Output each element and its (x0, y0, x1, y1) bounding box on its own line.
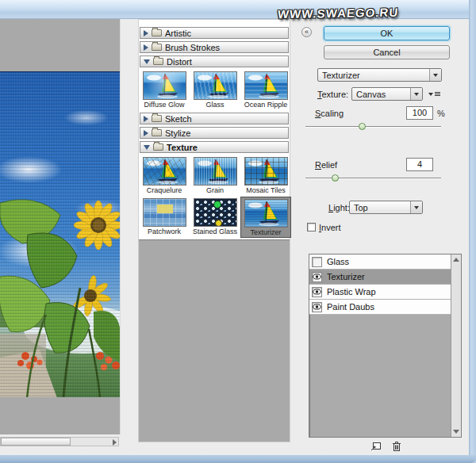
folder-icon (152, 44, 162, 51)
chevron-right-icon (144, 30, 148, 36)
slider-track[interactable] (305, 126, 441, 127)
preview-horizontal-scrollbar[interactable] (0, 437, 119, 446)
filter-select-dropdown[interactable]: Texturizer (317, 68, 442, 82)
light-dropdown[interactable]: Top (349, 201, 423, 214)
scaling-unit: % (437, 109, 445, 118)
layers-scrollbar[interactable] (451, 254, 461, 437)
category-brush-strokes[interactable]: Brush Strokes (140, 41, 289, 53)
windsurfer-art (144, 158, 186, 186)
new-effect-layer-button[interactable] (370, 440, 382, 452)
effect-layer-row-texturizer[interactable]: Texturizer (309, 270, 451, 285)
thumb-label: Glass (190, 101, 240, 109)
relief-value-field[interactable]: 4 (406, 158, 433, 171)
chevron-down-icon (429, 69, 441, 81)
thumb-label: Ocean Ripple (240, 101, 291, 109)
filter-thumb-mosaic-tiles[interactable]: Mosaic Tiles (240, 155, 291, 197)
effect-layer-row-glass[interactable]: Glass (309, 254, 451, 270)
collapse-filter-list-button[interactable]: « (301, 27, 312, 37)
trash-icon (392, 441, 401, 452)
slider-track[interactable] (305, 178, 441, 178)
texture-dropdown[interactable]: Canvas (351, 87, 423, 101)
preview-image[interactable] (0, 71, 120, 397)
sunflower-scene (0, 72, 120, 397)
folder-icon (153, 143, 163, 151)
sunflower-head (74, 201, 120, 250)
watermark: WWW.SWAEGO.RU (277, 6, 399, 21)
filter-thumb-craquelure[interactable]: Craquelure (139, 155, 190, 197)
scaling-label: Scaling (315, 109, 344, 118)
invert-checkbox[interactable] (307, 223, 316, 232)
effect-layers-list: Glass Texturizer Plastic Wrap (309, 254, 462, 438)
thumb-label: Stained Glass (190, 228, 240, 235)
folder-icon (153, 58, 163, 65)
category-artistic[interactable]: Artistic (140, 27, 289, 39)
scroll-down-icon[interactable] (453, 430, 459, 434)
chevron-down-icon (144, 145, 150, 150)
filter-thumb-grain[interactable]: Grain (190, 155, 240, 197)
texture-options-flyout-button[interactable] (427, 89, 441, 99)
diffuse-glow-preview (143, 71, 186, 100)
category-label: Brush Strokes (165, 43, 220, 52)
window-frame-right (469, 0, 476, 463)
chevron-right-icon (144, 116, 148, 122)
scaling-value-field[interactable]: 100 (406, 106, 433, 120)
category-sketch[interactable]: Sketch (140, 113, 289, 124)
effect-layer-name: Plastic Wrap (325, 287, 376, 297)
scaling-slider[interactable] (305, 123, 441, 130)
scrollbar-thumb[interactable] (1, 438, 71, 446)
folder-icon (152, 129, 162, 136)
texture-thumbnails: Craquelure Grain Mosaic Tiles (139, 155, 290, 238)
category-distort[interactable]: Distort (140, 55, 289, 67)
slider-thumb[interactable] (359, 123, 366, 130)
effect-layer-name: Glass (325, 257, 349, 266)
texturizer-preview (244, 199, 288, 228)
category-texture[interactable]: Texture (140, 141, 289, 153)
stained-glass-preview (194, 198, 237, 227)
visibility-toggle[interactable] (312, 272, 322, 282)
scroll-up-icon[interactable] (453, 258, 459, 262)
craquelure-preview (143, 157, 186, 186)
invert-label: Invert (319, 223, 341, 232)
scroll-right-icon[interactable] (113, 439, 117, 446)
filter-thumb-diffuse-glow[interactable]: Diffuse Glow (139, 70, 190, 111)
filter-thumb-glass[interactable]: Glass (190, 70, 240, 111)
dialog-titlebar[interactable] (0, 0, 476, 19)
glass-preview (194, 71, 237, 100)
effect-layer-row-plastic-wrap[interactable]: Plastic Wrap (309, 285, 451, 300)
visibility-toggle[interactable] (312, 287, 322, 297)
delete-effect-layer-button[interactable] (390, 440, 402, 452)
windsurfer-art (245, 72, 288, 100)
window-frame-bottom (0, 455, 476, 463)
ocean-ripple-preview (244, 71, 288, 100)
light-label: Light: (328, 203, 350, 212)
effect-layer-row-paint-daubs[interactable]: Paint Daubs (309, 300, 451, 315)
filter-list-panel: Artistic Brush Strokes Distort Diffuse G… (138, 19, 290, 442)
windsurfer-art (194, 158, 237, 186)
windsurfer-art (245, 200, 288, 228)
filter-list-empty-area (139, 239, 290, 442)
filter-thumb-stained-glass[interactable]: Stained Glass (190, 197, 240, 238)
eye-icon (313, 274, 321, 280)
filter-select-value: Texturizer (318, 71, 429, 80)
folder-icon (152, 29, 162, 36)
filter-thumb-texturizer[interactable]: Texturizer (240, 197, 291, 238)
category-label: Distort (167, 57, 192, 67)
mosaic-tiles-preview (244, 157, 288, 186)
new-layer-icon (370, 441, 382, 451)
visibility-toggle[interactable] (312, 257, 322, 267)
filter-thumb-ocean-ripple[interactable]: Ocean Ripple (240, 70, 291, 111)
category-label: Sketch (165, 114, 192, 124)
relief-slider[interactable] (305, 174, 441, 182)
filter-thumb-patchwork[interactable]: Patchwork (139, 197, 190, 238)
light-value: Top (350, 203, 410, 212)
texture-value: Canvas (352, 90, 410, 99)
cancel-button[interactable]: Cancel (324, 45, 450, 59)
visibility-toggle[interactable] (312, 302, 322, 312)
thumb-label: Texturizer (241, 228, 290, 236)
category-stylize[interactable]: Stylize (140, 127, 289, 139)
thumb-label: Diffuse Glow (139, 101, 190, 109)
windsurfer-art (245, 158, 288, 186)
slider-thumb[interactable] (332, 174, 339, 182)
settings-panel: « OK Cancel Texturizer Texture: Canvas S… (300, 19, 469, 455)
ok-button[interactable]: OK (324, 26, 450, 40)
